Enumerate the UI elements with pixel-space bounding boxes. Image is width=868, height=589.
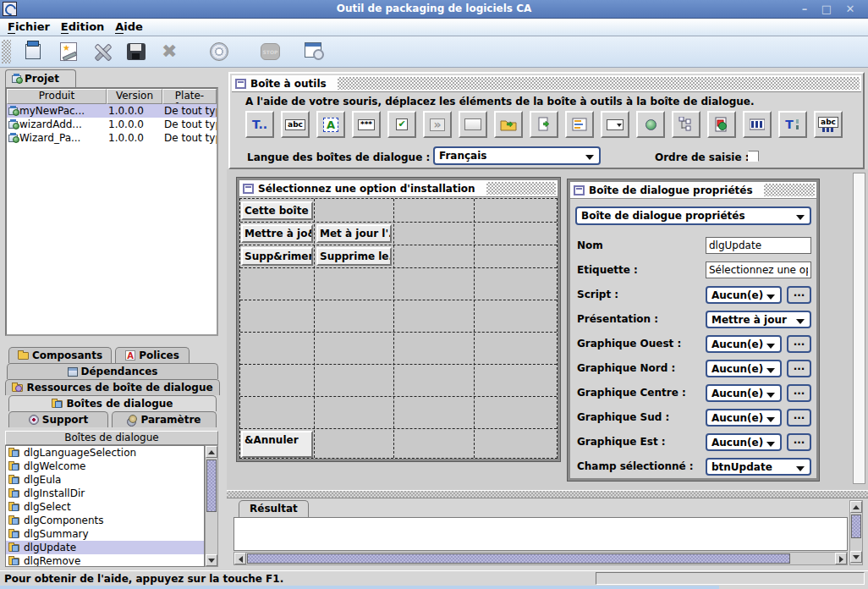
properties-titlebar[interactable]: Boîte de dialogue propriétés xyxy=(570,182,816,199)
scrollbar-thumb[interactable] xyxy=(206,460,217,512)
graphique-nord-more-button[interactable]: ... xyxy=(787,360,811,377)
champ-selectionne-combobox[interactable]: btnUpdate xyxy=(706,458,811,476)
tool-image[interactable] xyxy=(707,111,736,138)
project-wizard-button[interactable] xyxy=(56,39,83,64)
maximize-button[interactable]: □ xyxy=(819,3,834,16)
scroll-down-button[interactable] xyxy=(206,554,217,566)
horizontal-splitter[interactable] xyxy=(227,490,868,498)
tool-checkbox[interactable]: ✔ xyxy=(387,111,416,138)
editor-button-cancel[interactable]: &Annuler xyxy=(241,431,313,458)
tab-order-checkbox[interactable] xyxy=(748,151,759,162)
tool-file-browser[interactable] xyxy=(530,111,558,138)
scroll-up-button[interactable] xyxy=(850,501,862,513)
dialog-list-scrollbar[interactable] xyxy=(205,445,218,567)
close-button[interactable]: ✕ xyxy=(843,3,858,16)
tool-password[interactable]: *** xyxy=(352,111,381,138)
list-item[interactable]: dlgSummary xyxy=(6,527,204,541)
list-item[interactable]: dlgEula xyxy=(6,473,204,487)
graphique-ouest-combobox[interactable]: Aucun(e) xyxy=(706,335,782,353)
table-row[interactable]: wizardAdd... 1.0.0.0 De tout type xyxy=(7,118,217,131)
scrollbar-thumb[interactable] xyxy=(851,515,861,538)
editor-titlebar[interactable]: Sélectionnez une option d'installation xyxy=(239,180,558,197)
scrollbar-thumb[interactable] xyxy=(247,553,790,564)
tool-textfield[interactable]: abc xyxy=(281,111,310,138)
scroll-up-button[interactable] xyxy=(206,446,217,458)
scroll-down-button[interactable] xyxy=(850,551,862,563)
list-item[interactable]: dlgRemove xyxy=(6,554,204,567)
graphique-nord-combobox[interactable]: Aucun(e) xyxy=(706,360,782,377)
script-more-button[interactable]: ... xyxy=(787,286,811,304)
column-plateforme[interactable]: Plate-forme xyxy=(162,89,217,104)
nom-field[interactable] xyxy=(706,237,811,254)
tool-directory-browser[interactable] xyxy=(494,111,523,138)
tool-listbox[interactable] xyxy=(565,111,594,138)
column-produit[interactable]: Produit xyxy=(7,89,107,104)
tab-resultat[interactable]: Résultat xyxy=(239,500,309,517)
result-vscrollbar[interactable] xyxy=(849,500,863,565)
result-output[interactable] xyxy=(233,517,848,551)
tool-panel[interactable] xyxy=(459,111,487,138)
tab-ressources[interactable]: Ressources de boîte de dialogue xyxy=(5,379,220,395)
list-item[interactable]: dlgComponents xyxy=(6,514,204,527)
menu-fichier[interactable]: Fichier xyxy=(8,20,50,33)
tab-boites-de-dialogue[interactable]: Boîtes de dialogue xyxy=(8,395,217,411)
graphique-est-more-button[interactable]: ... xyxy=(787,433,811,451)
scroll-left-button[interactable] xyxy=(234,553,246,564)
tab-polices[interactable]: APolices xyxy=(115,347,190,363)
editor-button-update-desc[interactable]: Met à jour l'... xyxy=(316,224,392,243)
tool-field-group[interactable]: abc xyxy=(814,111,843,138)
tab-composants[interactable]: Composants xyxy=(8,347,112,363)
graphique-centre-combobox[interactable]: Aucun(e) xyxy=(706,384,782,402)
tools-button[interactable] xyxy=(90,39,117,64)
graphique-ouest-more-button[interactable]: ... xyxy=(787,335,811,353)
tool-radiobutton[interactable] xyxy=(636,111,665,138)
editor-button-remove[interactable]: Supp&rimer xyxy=(241,247,313,266)
graphique-est-combobox[interactable]: Aucun(e) xyxy=(706,433,782,451)
table-row[interactable]: Wizard_Pa... 1.0.0.0 De tout type xyxy=(7,131,217,145)
tool-combobox[interactable] xyxy=(601,111,629,138)
list-item[interactable]: dlgLanguageSelection xyxy=(6,446,204,460)
tool-label[interactable]: T.. xyxy=(245,111,274,138)
graphique-sud-more-button[interactable]: ... xyxy=(787,409,811,427)
editor-button-this-box[interactable]: Cette boîte ... xyxy=(241,201,313,220)
toolbar-grip[interactable] xyxy=(2,40,11,63)
tab-dependances[interactable]: Dépendances xyxy=(7,363,218,379)
tab-projet[interactable]: Projet xyxy=(5,69,76,87)
script-combobox[interactable]: Aucun(e) xyxy=(706,286,782,304)
list-item[interactable]: dlgSelect xyxy=(6,500,204,514)
tool-tree[interactable] xyxy=(672,111,700,138)
tool-textarea[interactable]: A xyxy=(316,111,345,138)
dialog-icon xyxy=(8,463,19,471)
menu-aide[interactable]: Aide xyxy=(115,20,143,33)
dependencies-icon xyxy=(68,367,78,377)
list-item[interactable]: dlgWelcome xyxy=(6,460,204,473)
tool-pushbutton[interactable]: » xyxy=(423,111,452,138)
editor-button-remove-desc[interactable]: Supprime le... xyxy=(316,247,392,266)
table-row[interactable]: myNewPac... 1.0.0.0 De tout type xyxy=(7,104,217,118)
graphique-sud-combobox[interactable]: Aucun(e) xyxy=(706,409,782,427)
etiquette-field[interactable] xyxy=(706,261,811,278)
graphique-centre-more-button[interactable]: ... xyxy=(787,384,811,402)
editor-button-update[interactable]: Mettre à jo&... xyxy=(241,224,313,243)
scroll-right-button[interactable] xyxy=(835,553,847,564)
tool-text-style[interactable]: T xyxy=(778,111,807,138)
preview-button[interactable] xyxy=(301,39,328,64)
minimize-button[interactable]: – xyxy=(797,3,812,16)
tab-support[interactable]: Support xyxy=(8,411,108,427)
presentation-combobox[interactable]: Mettre à jour xyxy=(706,311,811,328)
column-version[interactable]: Version xyxy=(107,89,162,104)
tool-progressbar[interactable] xyxy=(743,111,772,138)
language-label: Langue des boîtes de dialogue : xyxy=(247,151,430,163)
result-hscrollbar[interactable] xyxy=(233,552,848,565)
burn-cd-button[interactable] xyxy=(206,39,233,64)
property-type-combobox[interactable]: Boîte de dialogue propriétés xyxy=(575,206,811,225)
language-combobox[interactable]: Français xyxy=(433,146,601,165)
tab-parametre[interactable]: Paramètre xyxy=(112,411,217,427)
new-package-button[interactable] xyxy=(20,39,47,64)
menu-edition[interactable]: Edition xyxy=(61,20,105,33)
list-item-selected[interactable]: dlgUpdate xyxy=(6,541,204,554)
list-item[interactable]: dlgInstallDir xyxy=(6,487,204,500)
design-scrollbar[interactable] xyxy=(853,173,865,484)
editor-grid[interactable]: Cette boîte ... Mettre à jo&... Met à jo… xyxy=(239,198,558,459)
save-button[interactable] xyxy=(124,39,151,64)
